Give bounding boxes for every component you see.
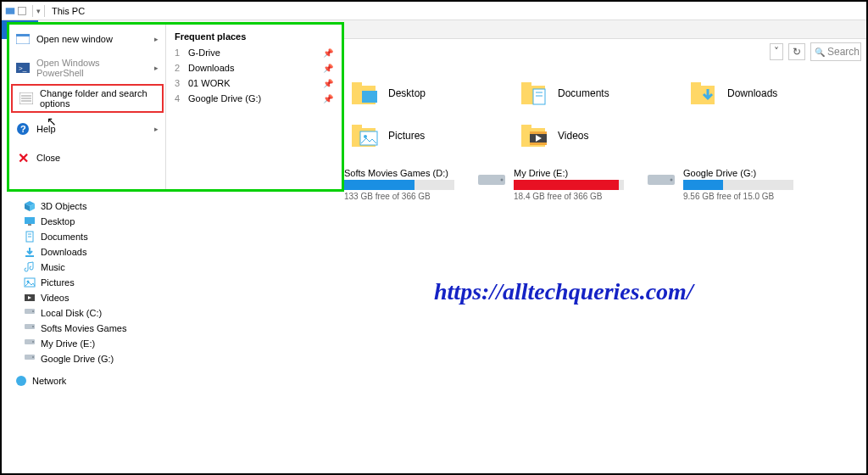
submenu-arrow-icon: ▸ [154, 64, 159, 72]
svg-rect-16 [28, 224, 31, 226]
fp-index: 3 [175, 78, 183, 88]
frequent-place-item[interactable]: 4Google Drive (G:)📌 [175, 91, 333, 106]
folder-item[interactable]: Desktop [349, 78, 519, 109]
close-icon: ✕ [16, 151, 30, 165]
svg-rect-52 [530, 142, 547, 145]
doc-icon [24, 231, 36, 243]
folder-item[interactable]: Videos [519, 120, 688, 151]
nav-label: Google Drive (G:) [41, 354, 114, 364]
fp-label: 01 WORK [188, 78, 231, 88]
nav-network[interactable]: Network [10, 373, 146, 388]
folder-icon [688, 78, 721, 109]
drive-usage-bar [344, 180, 454, 190]
nav-item[interactable]: Music [10, 260, 146, 275]
drive-item[interactable]: My Drive (E:) 18.4 GB free of 366 GB [476, 168, 646, 201]
menu-close[interactable]: ✕ Close [9, 143, 165, 172]
window-title: This PC [52, 6, 85, 16]
svg-rect-1 [19, 7, 26, 14]
folder-icon [519, 78, 551, 109]
search-icon: 🔍 [815, 48, 825, 57]
address-dropdown-icon[interactable]: ˅ [770, 43, 783, 60]
file-menu-left: Open new window ▸ >_ Open Windows PowerS… [9, 25, 166, 189]
svg-point-32 [32, 356, 34, 358]
pic-icon [24, 277, 36, 288]
qat-dropdown-icon[interactable]: ▾ [36, 7, 41, 15]
folder-icon [349, 120, 381, 151]
svg-text:?: ? [20, 124, 26, 134]
nav-item[interactable]: Desktop [10, 214, 146, 229]
drive-item[interactable]: Google Drive (G:) 9.56 GB free of 15.0 G… [646, 168, 815, 201]
refresh-icon[interactable]: ↻ [788, 43, 805, 60]
nav-label: Desktop [41, 216, 75, 226]
frequent-place-item[interactable]: 2Downloads📌 [175, 60, 333, 75]
cube-icon [24, 200, 36, 212]
pin-icon[interactable]: 📌 [323, 48, 333, 58]
nav-item[interactable]: My Drive (E:) [10, 336, 146, 351]
menu-help[interactable]: ? Help ▸ [9, 115, 165, 143]
folder-label: Pictures [388, 130, 425, 142]
folder-label: Downloads [727, 87, 777, 99]
title-separator [44, 5, 45, 17]
menu-open-new-window[interactable]: Open new window ▸ [9, 25, 165, 53]
folder-label: Videos [558, 130, 588, 142]
nav-item[interactable]: Softs Movies Games [10, 321, 146, 336]
svg-rect-45 [352, 125, 362, 130]
svg-rect-20 [25, 255, 34, 257]
nav-label: Documents [41, 232, 88, 242]
nav-item[interactable]: Downloads [10, 244, 146, 260]
drive-icon [476, 168, 507, 192]
svg-rect-36 [362, 91, 377, 103]
menu-label: Change folder and search options [40, 88, 155, 109]
folder-label: Desktop [388, 87, 426, 99]
pin-icon[interactable]: 📌 [323, 79, 333, 88]
window-icon [16, 32, 30, 46]
svg-point-28 [32, 326, 34, 327]
frequent-place-item[interactable]: 1G-Drive📌 [175, 45, 333, 60]
search-input[interactable]: 🔍 Search [810, 42, 861, 61]
nav-item[interactable]: Videos [10, 290, 146, 305]
svg-rect-39 [533, 89, 545, 104]
network-icon [15, 375, 27, 387]
nav-item[interactable]: Google Drive (G:) [10, 351, 146, 366]
down-icon [24, 246, 36, 258]
svg-point-61 [670, 179, 673, 182]
qat-separator [32, 5, 33, 17]
search-placeholder: Search [827, 46, 860, 58]
submenu-arrow-icon: ▸ [154, 125, 159, 133]
nav-label: Videos [41, 293, 69, 303]
nav-item[interactable]: 3D Objects [10, 198, 146, 214]
file-menu-right: Frequent places 1G-Drive📌2Downloads📌301 … [166, 25, 342, 189]
svg-rect-46 [360, 131, 377, 145]
svg-rect-35 [352, 82, 362, 87]
menu-change-folder-options[interactable]: Change folder and search options [11, 84, 164, 113]
drive-usage-bar [514, 180, 624, 190]
nav-label: Softs Movies Games [41, 323, 126, 333]
svg-rect-51 [530, 131, 547, 134]
nav-item[interactable]: Pictures [10, 275, 146, 290]
svg-rect-49 [521, 125, 531, 130]
file-menu: Open new window ▸ >_ Open Windows PowerS… [7, 22, 344, 192]
watermark-text: https://alltechqueries.com/ [434, 278, 693, 305]
folder-item[interactable]: Documents [519, 78, 688, 109]
disk-icon [24, 338, 36, 349]
fp-label: G-Drive [188, 48, 220, 58]
svg-rect-15 [25, 217, 35, 224]
mouse-cursor-icon: ↖ [47, 115, 57, 128]
svg-point-33 [16, 376, 26, 386]
nav-item[interactable]: Documents [10, 229, 146, 244]
svg-point-59 [501, 179, 504, 182]
frequent-place-item[interactable]: 301 WORK📌 [175, 75, 333, 91]
svg-text:>_: >_ [19, 64, 27, 72]
address-bar-right: ˅ ↻ 🔍 Search [770, 42, 861, 61]
folder-item[interactable]: Downloads [688, 78, 858, 109]
qat-icon[interactable] [17, 6, 27, 16]
pin-icon[interactable]: 📌 [323, 94, 333, 103]
nav-item[interactable]: Local Disk (C:) [10, 305, 146, 321]
menu-open-powershell[interactable]: >_ Open Windows PowerShell ▸ [9, 53, 165, 82]
nav-tree: 3D ObjectsDesktopDocumentsDownloadsMusic… [10, 198, 146, 388]
options-icon [19, 92, 33, 105]
pin-icon[interactable]: 📌 [323, 64, 333, 73]
disk-icon [24, 307, 36, 319]
folder-item[interactable]: Pictures [349, 120, 519, 151]
svg-point-26 [32, 310, 34, 312]
